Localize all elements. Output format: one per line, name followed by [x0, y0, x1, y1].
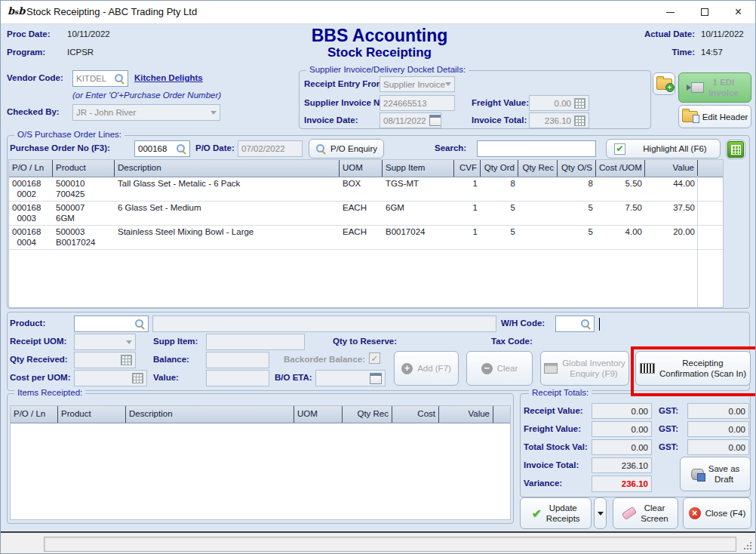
col-qty-ord[interactable]: Qty Ord [481, 160, 518, 177]
invoice-total-input[interactable]: 236.10 [529, 112, 589, 128]
cost-per-uom-input[interactable] [74, 370, 147, 386]
col-uom[interactable]: UOM [294, 406, 343, 423]
update-receipts-dropdown[interactable] [594, 497, 607, 529]
minimize-button[interactable] [653, 1, 687, 23]
wh-search-icon[interactable] [580, 319, 591, 329]
col-qty-rec[interactable]: Qty Rec [343, 406, 392, 423]
receipt-entry-from-select[interactable]: Supplier Invoice [380, 76, 455, 92]
product-input[interactable] [74, 315, 149, 332]
clear-button[interactable]: − Clear [466, 351, 533, 386]
app-title: BBS Accounting [266, 26, 493, 46]
global-inventory-button[interactable]: Global Inventory Enquiry (F9) [540, 351, 629, 386]
time-value: 14:57 [701, 48, 723, 57]
qty-received-input[interactable] [74, 352, 136, 368]
col-qty-os[interactable]: Qty O/S [558, 160, 596, 177]
col-uom[interactable]: UOM [340, 160, 383, 177]
invoice-date-input[interactable]: 08/11/2022 [380, 112, 441, 128]
items-receipted-title: Items Receipted: [14, 388, 85, 397]
col-supp-item[interactable]: Supp Item [383, 160, 454, 177]
col-cvf[interactable]: CVF [454, 160, 481, 177]
wh-code-input[interactable] [555, 315, 595, 332]
receipting-confirmation-button[interactable]: Receipting Confirmation (Scan In) [635, 351, 751, 386]
supplier-invoice-no-label: Supplier Invoice No: [304, 98, 388, 107]
variance-label: Variance: [524, 479, 562, 488]
product-description-field [152, 315, 496, 332]
gst-label: GST: [659, 442, 678, 451]
gst-input: 0.00 [687, 421, 749, 437]
close-button[interactable]: × Close (F4) [683, 497, 751, 529]
col-description[interactable]: Description [126, 406, 294, 423]
edi-invoice-button[interactable]: 1 EDI Invoice [678, 72, 751, 103]
calculator-icon[interactable] [132, 373, 143, 383]
app-icon[interactable]: bsb [8, 5, 25, 18]
col-description[interactable]: Description [115, 160, 340, 177]
maximize-button[interactable] [687, 1, 721, 23]
checked-by-select[interactable]: JR - John River [72, 104, 220, 121]
product-search-icon[interactable] [134, 319, 145, 329]
update-receipts-button[interactable]: ✔ Update Receipts [520, 497, 592, 529]
calculator-icon[interactable] [574, 115, 585, 126]
invoice-total-label: Invoice Total: [472, 115, 527, 125]
supp-item-label: Supp Item: [153, 337, 198, 346]
highlight-all-button[interactable]: ✔ Highlight All (F6) [606, 139, 721, 159]
chevron-down-icon [445, 82, 451, 86]
col-po-ln[interactable]: P/O / Ln [11, 406, 58, 423]
balance-input [206, 352, 269, 368]
supplier-invoice-no-input[interactable]: 224665513 [380, 95, 455, 111]
receipt-value-input: 0.00 [592, 403, 652, 419]
chevron-down-icon [126, 340, 132, 344]
status-bar [1, 531, 755, 553]
vendor-code-input[interactable]: KITDEL [72, 70, 128, 87]
items-table-header: P/O / Ln Product Description UOM Qty Rec… [11, 406, 510, 423]
add-button[interactable]: + Add (F7) [394, 351, 459, 386]
col-product[interactable]: Product [53, 160, 115, 177]
search-input[interactable] [477, 140, 596, 157]
col-qty-rec[interactable]: Qty Rec [518, 160, 558, 177]
col-cost-uom[interactable]: Cost /UOM [596, 160, 645, 177]
col-po-ln[interactable]: P/O / Ln [9, 160, 53, 177]
table-row[interactable]: 000168 0004 500003 B0017024 Stainless St… [9, 226, 723, 250]
supp-item-input[interactable] [206, 334, 305, 350]
date-picker-icon[interactable] [370, 373, 382, 384]
maximize-icon [701, 8, 708, 16]
col-product[interactable]: Product [58, 406, 126, 423]
po-no-input[interactable]: 000168 [134, 140, 190, 157]
minus-circle-icon: − [481, 363, 493, 374]
table-row[interactable]: 000168 0002 500010 700425 Tall Glass Set… [9, 177, 723, 202]
backorder-balance-label: Backorder Balance: [284, 355, 365, 364]
save-as-draft-button[interactable]: Save as Draft [680, 457, 751, 491]
freight-value-input[interactable]: 0.00 [529, 95, 589, 111]
table-scrollbar-track[interactable] [697, 176, 698, 307]
vendor-name-link[interactable]: Kitchen Delights [134, 73, 203, 82]
calculator-icon[interactable] [121, 355, 132, 365]
title-bar: bsb Stock Receipting - ABC Trading Pty L… [1, 1, 755, 24]
po-date-input[interactable]: 07/02/2022 [238, 140, 303, 157]
attach-document-button[interactable] [653, 72, 675, 95]
folder-add-icon [656, 78, 672, 90]
backorder-balance-checkbox[interactable]: ✓ [369, 352, 380, 364]
col-value[interactable]: Value [439, 406, 493, 423]
close-window-button[interactable]: × [721, 1, 755, 23]
resize-grip[interactable] [744, 542, 753, 551]
invoice-date-label: Invoice Date: [304, 115, 358, 125]
date-picker-icon[interactable] [429, 115, 441, 126]
table-row[interactable]: 000168 0003 500007 6GM 6 Glass Set - Med… [9, 202, 723, 226]
status-message-area [44, 537, 736, 552]
po-search-icon[interactable] [176, 144, 186, 154]
col-value[interactable]: Value [645, 160, 698, 177]
close-red-icon: × [689, 507, 701, 519]
vendor-search-icon[interactable] [114, 74, 124, 84]
wh-code-label: W/H Code: [501, 319, 545, 328]
export-excel-button[interactable] [726, 140, 745, 159]
edit-header-button[interactable]: Edit Header [678, 105, 751, 128]
col-cost[interactable]: Cost [392, 406, 439, 423]
clear-screen-button[interactable]: Clear Screen [613, 497, 678, 529]
cost-per-uom-label: Cost per UOM: [10, 373, 71, 382]
po-enquiry-button[interactable]: P/O Enquiry [309, 139, 384, 159]
invoice-total-sum-input: 236.10 [592, 457, 652, 473]
receipt-uom-select[interactable] [74, 334, 136, 350]
screen-title: Stock Receipting [266, 45, 493, 60]
calculator-icon[interactable] [574, 98, 585, 109]
po-date-label: P/O Date: [195, 143, 235, 152]
bo-eta-input[interactable] [315, 370, 386, 386]
